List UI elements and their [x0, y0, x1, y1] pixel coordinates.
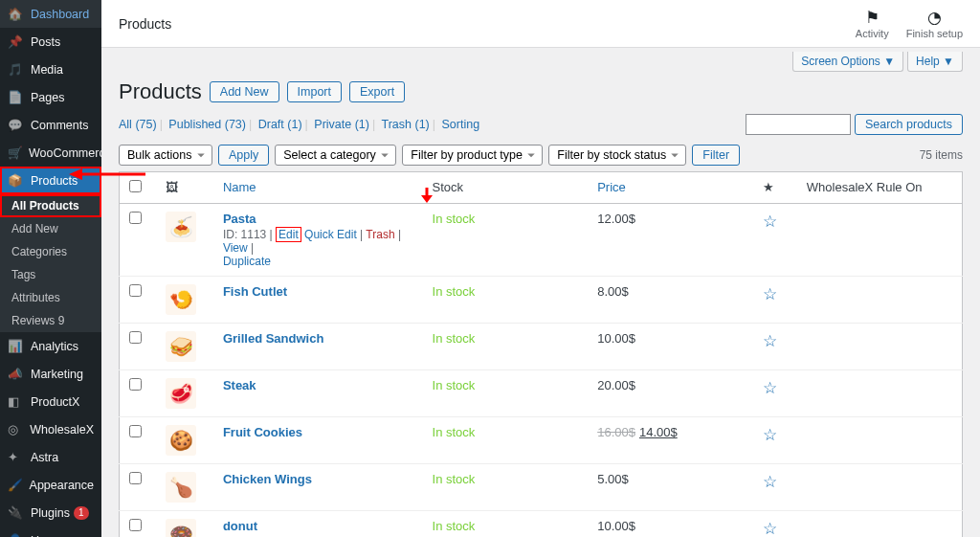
submenu-add-new[interactable]: Add New [0, 217, 101, 240]
featured-star[interactable]: ☆ [763, 426, 777, 444]
price-cell: 10.00$ [588, 324, 753, 370]
category-select[interactable]: Select a category [275, 145, 396, 166]
featured-star[interactable]: ☆ [763, 332, 777, 350]
finish-setup-button[interactable]: ◔Finish setup [906, 8, 963, 39]
menu-posts[interactable]: 📌Posts [0, 28, 101, 56]
row-checkbox[interactable] [129, 472, 142, 484]
stock-status: In stock [433, 472, 476, 486]
submenu-label: Reviews [11, 314, 55, 327]
product-thumbnail[interactable]: 🍤 [166, 284, 196, 315]
featured-star[interactable]: ☆ [763, 473, 777, 491]
menu-wholesalex[interactable]: ◎WholesaleX [0, 415, 101, 443]
add-new-button[interactable]: Add New [210, 81, 279, 102]
menu-comments[interactable]: 💬Comments [0, 111, 101, 139]
star-icon: ★ [763, 180, 774, 194]
product-name-link[interactable]: Pasta [223, 212, 256, 226]
menu-woocommerce[interactable]: 🛒WooCommerce [0, 139, 101, 167]
main-content: Products ⚑Activity ◔Finish setup Screen … [101, 0, 980, 537]
menu-analytics[interactable]: 📊Analytics [0, 332, 101, 360]
row-edit-link[interactable]: Edit [276, 227, 301, 242]
featured-star[interactable]: ☆ [763, 213, 777, 231]
menu-label: Plugins [31, 506, 70, 520]
bulk-actions-select[interactable]: Bulk actions [119, 145, 212, 166]
menu-label: WooCommerce [29, 146, 112, 160]
submenu-all-products[interactable]: All Products [0, 194, 101, 217]
plugins-badge: 1 [74, 506, 89, 520]
submenu-categories[interactable]: Categories [0, 240, 101, 263]
product-name-link[interactable]: Fish Cutlet [223, 284, 287, 299]
status-links: All (75)| Published (73)| Draft (1)| Pri… [119, 118, 479, 131]
row-checkbox[interactable] [129, 519, 142, 531]
submenu-reviews[interactable]: Reviews 9 [0, 309, 101, 332]
apply-button[interactable]: Apply [218, 145, 269, 166]
stock-status: In stock [433, 378, 476, 392]
product-name-link[interactable]: Fruit Cookies [223, 425, 302, 439]
featured-star[interactable]: ☆ [763, 520, 777, 537]
row-checkbox[interactable] [129, 378, 142, 391]
product-name-link[interactable]: Steak [223, 378, 256, 392]
import-button[interactable]: Import [287, 81, 342, 102]
product-thumbnail[interactable]: 🥪 [166, 331, 196, 362]
row-checkbox[interactable] [129, 212, 142, 224]
stock-status: In stock [433, 331, 476, 346]
status-published[interactable]: Published (73) [168, 118, 246, 131]
menu-appearance[interactable]: 🖌️Appearance [0, 471, 101, 499]
col-price[interactable]: Price [597, 180, 626, 194]
menu-users[interactable]: 👤Users [0, 526, 101, 537]
status-trash[interactable]: Trash (1) [381, 118, 429, 131]
activity-label: Activity [856, 28, 889, 39]
search-products-button[interactable]: Search products [855, 114, 963, 135]
submenu-tags[interactable]: Tags [0, 263, 101, 286]
menu-plugins[interactable]: 🔌Plugins 1 [0, 499, 101, 526]
row-view-link[interactable]: View [223, 241, 248, 255]
menu-pages[interactable]: 📄Pages [0, 83, 101, 111]
stock-status-select[interactable]: Filter by stock status [548, 145, 686, 166]
product-name-link[interactable]: Chicken Wings [223, 472, 312, 486]
status-draft[interactable]: Draft (1) [258, 118, 302, 131]
menu-marketing[interactable]: 📣Marketing [0, 360, 101, 388]
select-all-checkbox[interactable] [129, 180, 142, 192]
product-type-select[interactable]: Filter by product type [402, 145, 543, 166]
menu-products[interactable]: 📦Products [0, 167, 101, 194]
product-thumbnail[interactable]: 🍪 [166, 425, 196, 456]
menu-astra[interactable]: ✦Astra [0, 443, 101, 471]
screen-options-button[interactable]: Screen Options ▼ [792, 52, 903, 72]
col-stock: Stock [423, 172, 589, 204]
menu-media[interactable]: 🎵Media [0, 56, 101, 83]
product-name-link[interactable]: Grilled Sandwich [223, 331, 323, 346]
featured-star[interactable]: ☆ [763, 379, 777, 397]
product-thumbnail[interactable]: 🍩 [166, 519, 196, 537]
image-icon: 🖼 [166, 180, 178, 194]
product-thumbnail[interactable]: 🍝 [166, 212, 196, 242]
menu-label: Appearance [30, 479, 94, 492]
rule-cell [797, 277, 963, 324]
status-sorting[interactable]: Sorting [441, 118, 479, 131]
row-checkbox[interactable] [129, 284, 142, 297]
product-thumbnail[interactable]: 🍗 [166, 472, 196, 503]
col-image[interactable]: 🖼 [156, 172, 213, 204]
status-all[interactable]: All (75) [119, 118, 157, 131]
product-thumbnail[interactable]: 🥩 [166, 378, 196, 409]
rule-cell [797, 324, 963, 370]
row-trash-link[interactable]: Trash [366, 228, 394, 241]
help-button[interactable]: Help ▼ [907, 52, 963, 72]
menu-dashboard[interactable]: 🏠Dashboard [0, 0, 101, 28]
row-checkbox[interactable] [129, 331, 142, 344]
status-private[interactable]: Private (1) [314, 118, 369, 131]
activity-button[interactable]: ⚑Activity [856, 8, 889, 39]
col-name[interactable]: Name [223, 180, 256, 194]
featured-star[interactable]: ☆ [763, 285, 777, 303]
menu-label: Users [31, 534, 62, 538]
row-checkbox[interactable] [129, 425, 142, 437]
media-icon: 🎵 [8, 62, 25, 77]
submenu-attributes[interactable]: Attributes [0, 286, 101, 309]
filter-button[interactable]: Filter [692, 145, 740, 166]
menu-productx[interactable]: ◧ProductX [0, 388, 101, 415]
export-button[interactable]: Export [349, 81, 405, 102]
topbar-title: Products [119, 16, 171, 32]
rule-cell [797, 417, 963, 464]
search-input[interactable] [746, 114, 851, 135]
product-name-link[interactable]: donut [223, 519, 257, 533]
row-duplicate-link[interactable]: Duplicate [223, 255, 271, 268]
row-quickedit-link[interactable]: Quick Edit [304, 228, 357, 241]
